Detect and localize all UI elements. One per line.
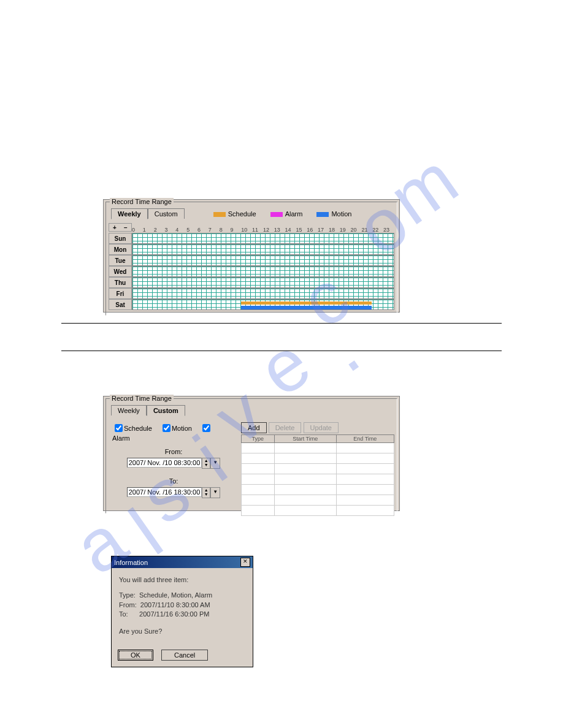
motion-label: Motion xyxy=(172,425,192,432)
day-label: Mon xyxy=(109,244,132,255)
to-label: To: xyxy=(119,610,128,618)
record-time-range-custom-panel: Record Time Range WeeklyCustom Schedule … xyxy=(103,396,400,511)
motion-bar[interactable] xyxy=(241,306,372,309)
day-row-sat[interactable]: Sat xyxy=(109,299,394,310)
day-row-mon[interactable]: Mon xyxy=(109,244,394,255)
day-grid[interactable] xyxy=(132,288,394,299)
day-label: Thu xyxy=(109,277,132,288)
delete-button[interactable]: Delete xyxy=(269,422,302,433)
day-grid[interactable] xyxy=(132,233,394,244)
col-type[interactable]: Type xyxy=(242,435,275,443)
day-row-fri[interactable]: Fri xyxy=(109,288,394,299)
schedule-checkbox[interactable] xyxy=(115,424,123,432)
day-row-wed[interactable]: Wed xyxy=(109,266,394,277)
day-label: Sun xyxy=(109,233,132,244)
table-row[interactable] xyxy=(242,443,394,453)
dropdown-icon[interactable]: ▼ xyxy=(210,487,220,498)
legend-alarm: Alarm xyxy=(285,210,303,218)
from-label: From: xyxy=(112,448,235,455)
table-row[interactable] xyxy=(242,453,394,464)
schedule-bar[interactable] xyxy=(241,301,372,305)
tab-custom[interactable]: Custom xyxy=(147,405,185,416)
dialog-message: You will add three item: xyxy=(119,575,245,585)
type-label: Type: xyxy=(119,591,136,599)
from-label: From: xyxy=(119,601,137,609)
day-grid[interactable] xyxy=(132,244,394,255)
to-datetime[interactable]: 2007/ Nov. /16 18:30:00▲▼▼ xyxy=(112,487,235,498)
information-dialog: Information ✕ You will add three item: T… xyxy=(111,556,253,667)
record-time-range-weekly-panel: Record Time Range WeeklyCustom Schedule … xyxy=(103,199,400,313)
hours-header-row: + − 012345678910111213141516171819202122… xyxy=(109,223,394,233)
col-start[interactable]: Start Time xyxy=(274,435,336,443)
table-row[interactable] xyxy=(242,495,394,506)
table-row[interactable] xyxy=(242,474,394,485)
day-label: Sat xyxy=(109,299,132,310)
ok-button[interactable]: OK xyxy=(118,650,153,661)
day-label: Fri xyxy=(109,288,132,299)
close-icon[interactable]: ✕ xyxy=(240,558,250,567)
cancel-button[interactable]: Cancel xyxy=(161,650,208,661)
day-row-thu[interactable]: Thu xyxy=(109,277,394,288)
spinner-icon[interactable]: ▲▼ xyxy=(202,487,210,498)
group-title: Record Time Range xyxy=(110,198,174,205)
separator xyxy=(61,351,502,351)
add-button[interactable]: Add xyxy=(241,422,267,433)
schedule-label: Schedule xyxy=(124,425,152,432)
plus-button[interactable]: + xyxy=(109,224,120,231)
to-value: 2007/11/16 6:30:00 PM xyxy=(139,610,209,618)
group-title: Record Time Range xyxy=(110,395,174,402)
alarm-label: Alarm xyxy=(112,434,130,442)
day-grid[interactable] xyxy=(132,277,394,288)
day-row-tue[interactable]: Tue xyxy=(109,255,394,266)
spinner-icon[interactable]: ▲▼ xyxy=(202,458,210,469)
day-label: Tue xyxy=(109,255,132,266)
schedule-table[interactable]: TypeStart TimeEnd Time xyxy=(241,434,394,516)
from-value[interactable]: 2007/ Nov. /10 08:30:00 xyxy=(127,458,202,468)
legend-motion: Motion xyxy=(331,210,351,218)
table-row[interactable] xyxy=(242,485,394,495)
type-value: Schedule, Motion, Alarm xyxy=(139,591,212,599)
day-label: Wed xyxy=(109,266,132,277)
day-grid[interactable] xyxy=(132,299,394,310)
minus-button[interactable]: − xyxy=(120,224,131,231)
dialog-title: Information xyxy=(114,559,148,566)
motion-checkbox[interactable] xyxy=(163,424,170,432)
separator xyxy=(61,323,502,324)
table-row[interactable] xyxy=(242,464,394,474)
to-label: To: xyxy=(112,477,235,485)
update-button[interactable]: Update xyxy=(304,422,339,433)
tab-weekly[interactable]: Weekly xyxy=(111,405,147,415)
confirm-message: Are you Sure? xyxy=(119,627,245,636)
table-row[interactable] xyxy=(242,506,394,516)
tab-custom[interactable]: Custom xyxy=(148,208,185,219)
plus-minus-buttons[interactable]: + − xyxy=(109,223,132,232)
col-end[interactable]: End Time xyxy=(336,435,394,443)
tab-weekly[interactable]: Weekly xyxy=(111,208,148,219)
legend-schedule: Schedule xyxy=(228,210,256,218)
from-value: 2007/11/10 8:30:00 AM xyxy=(140,601,210,609)
day-row-sun[interactable]: Sun xyxy=(109,233,394,244)
dialog-titlebar[interactable]: Information ✕ xyxy=(112,556,253,568)
dropdown-icon[interactable]: ▼ xyxy=(210,458,220,469)
from-datetime[interactable]: 2007/ Nov. /10 08:30:00▲▼▼ xyxy=(112,458,235,469)
to-value[interactable]: 2007/ Nov. /16 18:30:00 xyxy=(127,487,202,497)
alarm-checkbox[interactable] xyxy=(202,424,210,432)
day-grid[interactable] xyxy=(132,266,394,277)
legend: Schedule Alarm Motion xyxy=(211,210,352,218)
day-grid[interactable] xyxy=(132,255,394,266)
hours-ruler: 01234567891011121314151617181920212223 xyxy=(132,227,394,233)
